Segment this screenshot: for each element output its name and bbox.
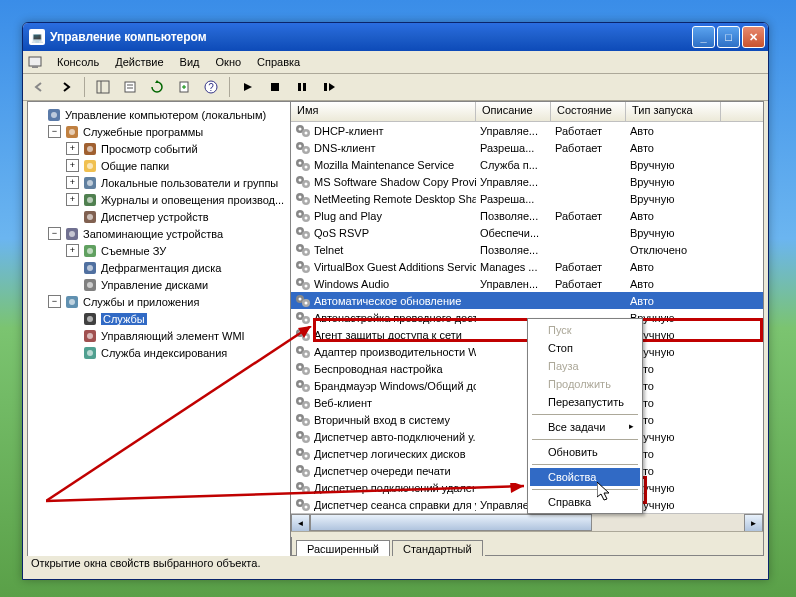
console-icon — [27, 54, 43, 70]
service-row[interactable]: Plug and PlayПозволяе...РаботаетАвто — [291, 207, 763, 224]
scrollbar-horizontal[interactable]: ◄ ► — [291, 513, 763, 531]
expand-icon[interactable]: − — [48, 125, 61, 138]
svg-point-19 — [87, 146, 93, 152]
tree-item[interactable]: Службы — [30, 310, 288, 327]
pause-button[interactable] — [290, 75, 314, 99]
service-row[interactable]: VirtualBox Guest Additions ServiceManage… — [291, 258, 763, 275]
tree-item[interactable]: Диспетчер устройств — [30, 208, 288, 225]
back-button[interactable] — [27, 75, 51, 99]
menu-view[interactable]: Вид — [172, 54, 208, 70]
menu-window[interactable]: Окно — [208, 54, 250, 70]
tree-label: Просмотр событий — [101, 143, 198, 155]
tab-extended[interactable]: Расширенный — [296, 540, 390, 557]
service-desc: Управлен... — [476, 278, 551, 290]
context-menu-item[interactable]: Обновить — [530, 443, 640, 461]
context-menu-item[interactable]: Стоп — [530, 339, 640, 357]
svg-point-63 — [305, 199, 308, 202]
tab-standard[interactable]: Стандартный — [392, 540, 483, 557]
service-startup: Вручную — [626, 227, 721, 239]
column-header[interactable]: Имя — [291, 102, 476, 121]
expand-icon[interactable]: + — [66, 159, 79, 172]
column-header[interactable]: Описание — [476, 102, 551, 121]
tree-label: Службы — [101, 313, 147, 325]
service-row[interactable]: Windows AudioУправлен...РаботаетАвто — [291, 275, 763, 292]
tree-item[interactable]: Управление компьютером (локальным) — [30, 106, 288, 123]
restart-button[interactable] — [317, 75, 341, 99]
help-button[interactable]: ? — [199, 75, 223, 99]
service-name: Автонастройка проводного дост... — [314, 312, 476, 324]
tree-item[interactable]: −Запоминающие устройства — [30, 225, 288, 242]
forward-button[interactable] — [54, 75, 78, 99]
svg-point-47 — [305, 131, 308, 134]
gear-icon — [295, 276, 311, 292]
service-name: NetMeeting Remote Desktop Sharing — [314, 193, 476, 205]
properties-button[interactable] — [118, 75, 142, 99]
context-menu-item[interactable]: Справка — [530, 493, 640, 511]
app-icon: 💻 — [29, 29, 45, 45]
stop-button[interactable] — [263, 75, 287, 99]
service-row[interactable]: NetMeeting Remote Desktop SharingРазреша… — [291, 190, 763, 207]
close-button[interactable]: ✕ — [742, 26, 765, 48]
tree-label: Службы и приложения — [83, 296, 199, 308]
titlebar[interactable]: 💻 Управление компьютером _ □ ✕ — [23, 23, 768, 51]
scroll-track[interactable] — [310, 514, 744, 531]
gear-icon — [295, 123, 311, 139]
service-name: Mozilla Maintenance Service — [314, 159, 454, 171]
menu-console[interactable]: Консоль — [49, 54, 107, 70]
service-row[interactable]: MS Software Shadow Copy ProviderУправляе… — [291, 173, 763, 190]
gear-icon — [295, 191, 311, 207]
tree-item[interactable]: +Съемные ЗУ — [30, 242, 288, 259]
refresh-button[interactable] — [145, 75, 169, 99]
service-name: Диспетчер очереди печати — [314, 465, 451, 477]
list-header[interactable]: ИмяОписаниеСостояниеТип запуска — [291, 102, 763, 122]
scroll-right-button[interactable]: ► — [744, 514, 763, 532]
service-row[interactable]: DHCP-клиентУправляе...РаботаетАвто — [291, 122, 763, 139]
service-name: Telnet — [314, 244, 343, 256]
tree-item[interactable]: +Общие папки — [30, 157, 288, 174]
export-button[interactable] — [172, 75, 196, 99]
svg-point-85 — [299, 297, 302, 300]
service-name: Диспетчер логических дисков — [314, 448, 466, 460]
context-menu-item[interactable]: Свойства — [530, 468, 640, 486]
expand-icon[interactable]: + — [66, 142, 79, 155]
tree-item[interactable]: +Журналы и оповещения производ... — [30, 191, 288, 208]
context-menu-item: Продолжить — [530, 375, 640, 393]
expand-icon[interactable]: − — [48, 295, 61, 308]
annotation-arrow-2 — [46, 483, 531, 508]
service-row[interactable]: Автоматическое обновлениеАвто — [291, 292, 763, 309]
column-header[interactable]: Состояние — [551, 102, 626, 121]
service-state: Работает — [551, 125, 626, 137]
context-menu-item[interactable]: Перезапустить — [530, 393, 640, 411]
service-startup: Авто — [626, 278, 721, 290]
tree-item[interactable]: +Просмотр событий — [30, 140, 288, 157]
context-menu[interactable]: ПускСтопПаузаПродолжитьПерезапуститьВсе … — [527, 318, 643, 514]
expand-icon[interactable]: − — [48, 227, 61, 240]
svg-point-39 — [87, 316, 93, 322]
tree-item[interactable]: Дефрагментация диска — [30, 259, 288, 276]
menu-help[interactable]: Справка — [249, 54, 308, 70]
maximize-button[interactable]: □ — [717, 26, 740, 48]
expand-icon[interactable]: + — [66, 176, 79, 189]
gear-icon — [295, 157, 311, 173]
context-menu-item[interactable]: Все задачи — [530, 418, 640, 436]
menu-action[interactable]: Действие — [107, 54, 171, 70]
show-tree-button[interactable] — [91, 75, 115, 99]
expand-icon[interactable]: + — [66, 193, 79, 206]
column-header[interactable]: Тип запуска — [626, 102, 721, 121]
tree-item[interactable]: −Службы и приложения — [30, 293, 288, 310]
tree-item[interactable]: +Локальные пользователи и группы — [30, 174, 288, 191]
tree-item[interactable]: Управление дисками — [30, 276, 288, 293]
service-row[interactable]: Mozilla Maintenance ServiceСлужба п...Вр… — [291, 156, 763, 173]
service-row[interactable]: TelnetПозволяе...Отключено — [291, 241, 763, 258]
scroll-left-button[interactable]: ◄ — [291, 514, 310, 532]
service-startup: Авто — [626, 261, 721, 273]
expand-icon[interactable]: + — [66, 244, 79, 257]
scroll-thumb[interactable] — [310, 514, 592, 531]
service-row[interactable]: DNS-клиентРазреша...РаботаетАвто — [291, 139, 763, 156]
service-row[interactable]: QoS RSVPОбеспечи...Вручную — [291, 224, 763, 241]
play-button[interactable] — [236, 75, 260, 99]
minimize-button[interactable]: _ — [692, 26, 715, 48]
svg-rect-12 — [303, 83, 306, 91]
tree-item[interactable]: −Служебные программы — [30, 123, 288, 140]
service-name: VirtualBox Guest Additions Service — [314, 261, 476, 273]
